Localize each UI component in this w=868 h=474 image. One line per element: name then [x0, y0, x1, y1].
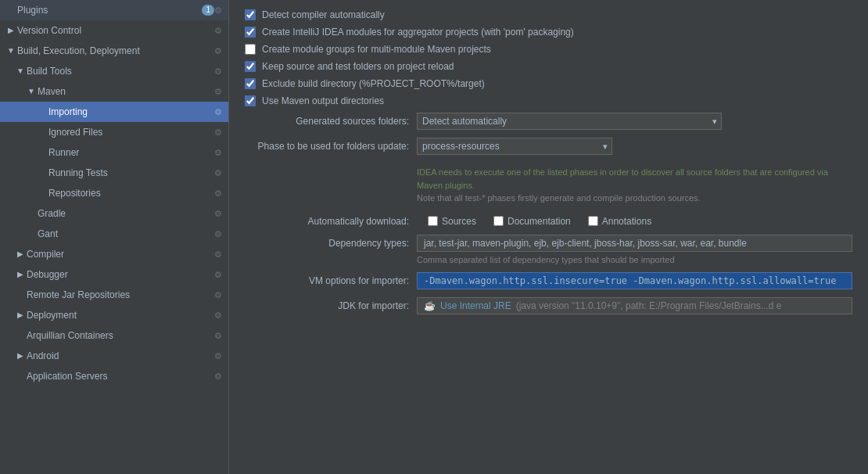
option-label-create-intellij-modules[interactable]: Create IntelliJ IDEA modules for aggrega…	[245, 27, 574, 38]
sidebar-label: Build Tools	[27, 63, 214, 79]
autodl-sources-checkbox[interactable]	[428, 216, 438, 226]
note-line2: Note that all test-* phases firstly gene…	[417, 193, 701, 203]
sidebar-item-running-tests[interactable]: Running Tests⚙	[0, 163, 228, 183]
settings-icon: ⚙	[214, 331, 222, 341]
sidebar-item-deployment[interactable]: ▶Deployment⚙	[0, 305, 228, 325]
checkbox-detect-compiler[interactable]	[245, 9, 256, 20]
chevron-placeholder	[16, 372, 25, 381]
checkbox-label-text: Detect compiler automatically	[262, 9, 385, 20]
option-row-detect-compiler: Detect compiler automatically	[245, 9, 852, 20]
sidebar-item-repositories[interactable]: Repositories⚙	[0, 183, 228, 203]
sidebar-item-version-control[interactable]: ▶Version Control⚙	[0, 20, 228, 41]
badge: 1	[202, 5, 214, 16]
settings-icon: ⚙	[214, 148, 222, 158]
option-row-create-intellij-modules: Create IntelliJ IDEA modules for aggrega…	[245, 27, 852, 38]
sidebar-label: Ignored Files	[48, 124, 214, 140]
autodl-docs-label[interactable]: Documentation	[493, 216, 571, 227]
vm-options-label: VM options for importer:	[245, 275, 417, 286]
dep-types-value: jar, test-jar, maven-plugin, ejb, ejb-cl…	[417, 235, 852, 252]
chevron-placeholder	[6, 5, 16, 15]
generated-sources-select-wrap: Detect automaticallyGenerated sources di…	[417, 113, 722, 130]
checkbox-label-text: Exclude build directory (%PROJECT_ROOT%/…	[262, 78, 485, 89]
sidebar-label: Remote Jar Repositories	[27, 287, 214, 303]
jdk-icon: ☕	[424, 300, 436, 311]
note-box: IDEA needs to execute one of the listed …	[245, 163, 852, 208]
option-row-exclude-build-dir: Exclude build directory (%PROJECT_ROOT%/…	[245, 78, 852, 89]
option-label-create-module-groups[interactable]: Create module groups for multi-module Ma…	[245, 44, 491, 55]
option-row-use-maven-output: Use Maven output directories	[245, 95, 852, 106]
sidebar-item-application-servers[interactable]: Application Servers⚙	[0, 366, 228, 386]
generated-sources-control: Detect automaticallyGenerated sources di…	[417, 113, 852, 130]
jdk-row: JDK for importer: ☕ Use Internal JRE (ja…	[245, 297, 852, 314]
sidebar-label: Running Tests	[48, 165, 214, 181]
sidebar-item-gant[interactable]: Gant⚙	[0, 224, 228, 244]
phase-select[interactable]: process-resourcesgenerate-sourcesgenerat…	[417, 138, 612, 155]
checkbox-create-intellij-modules[interactable]	[245, 27, 256, 38]
generated-sources-row: Generated sources folders: Detect automa…	[245, 113, 852, 130]
checkbox-label-text: Create IntelliJ IDEA modules for aggrega…	[262, 27, 574, 38]
option-label-keep-source-folders[interactable]: Keep source and test folders on project …	[245, 61, 454, 72]
settings-icon: ⚙	[214, 46, 222, 56]
jdk-use-internal-jre: Use Internal JRE	[440, 300, 511, 311]
chevron-icon: ▼	[27, 87, 36, 96]
option-label-exclude-build-dir[interactable]: Exclude build directory (%PROJECT_ROOT%/…	[245, 78, 485, 89]
sidebar-label: Gant	[38, 226, 214, 242]
generated-sources-label: Generated sources folders:	[245, 116, 417, 127]
checkbox-exclude-build-dir[interactable]	[245, 78, 256, 89]
sidebar-item-arquillian-containers[interactable]: Arquillian Containers⚙	[0, 325, 228, 346]
sidebar-item-plugins[interactable]: Plugins1⚙	[0, 0, 228, 20]
option-label-use-maven-output[interactable]: Use Maven output directories	[245, 95, 384, 106]
sidebar-item-ignored-files[interactable]: Ignored Files⚙	[0, 122, 228, 142]
settings-icon: ⚙	[214, 372, 222, 382]
dep-types-row: Dependency types: jar, test-jar, maven-p…	[245, 235, 852, 252]
chevron-icon: ▶	[6, 26, 16, 35]
dep-types-hint: Comma separated list of dependency types…	[245, 255, 852, 264]
chevron-placeholder	[38, 148, 47, 157]
checkbox-create-module-groups[interactable]	[245, 44, 256, 55]
chevron-placeholder	[38, 107, 47, 117]
autodl-row: Automatically download: Sources Document…	[245, 216, 852, 227]
sidebar-label: Android	[27, 348, 214, 364]
option-row-keep-source-folders: Keep source and test folders on project …	[245, 61, 852, 72]
sidebar-label: Repositories	[48, 185, 214, 201]
sidebar-item-build-execution-deployment[interactable]: ▼Build, Execution, Deployment⚙	[0, 41, 228, 61]
checkbox-keep-source-folders[interactable]	[245, 61, 256, 72]
sidebar-item-remote-jar-repos[interactable]: Remote Jar Repositories⚙	[0, 285, 228, 305]
sidebar-item-runner[interactable]: Runner⚙	[0, 142, 228, 163]
generated-sources-select[interactable]: Detect automaticallyGenerated sources di…	[417, 113, 722, 130]
autodl-annotations-label[interactable]: Annotations	[588, 216, 651, 227]
sidebar-item-gradle[interactable]: Gradle⚙	[0, 203, 228, 224]
autodl-label: Automatically download:	[245, 216, 417, 227]
vm-options-input[interactable]	[417, 272, 852, 289]
sidebar-label: Deployment	[27, 307, 214, 323]
sidebar-item-importing[interactable]: Importing⚙	[0, 102, 228, 122]
settings-icon: ⚙	[214, 127, 222, 138]
settings-icon: ⚙	[214, 107, 222, 117]
sidebar-label: Runner	[48, 145, 214, 160]
sidebar-label: Importing	[48, 104, 214, 120]
checkbox-use-maven-output[interactable]	[245, 95, 256, 106]
sidebar-label: Build, Execution, Deployment	[17, 43, 214, 59]
sidebar-label: Maven	[38, 84, 214, 99]
chevron-placeholder	[27, 209, 36, 218]
autodl-annotations-checkbox[interactable]	[588, 216, 598, 226]
settings-icon: ⚙	[214, 351, 222, 361]
settings-icon: ⚙	[214, 290, 222, 300]
settings-icon: ⚙	[214, 209, 222, 219]
settings-icon: ⚙	[214, 311, 222, 321]
sidebar-item-debugger[interactable]: ▶Debugger⚙	[0, 264, 228, 285]
sidebar-item-maven[interactable]: ▼Maven⚙	[0, 81, 228, 102]
autodl-docs-checkbox[interactable]	[493, 216, 504, 226]
option-label-detect-compiler[interactable]: Detect compiler automatically	[245, 9, 385, 20]
sidebar-item-compiler[interactable]: ▶Compiler⚙	[0, 244, 228, 264]
settings-icon: ⚙	[214, 26, 222, 36]
autodl-sources-label[interactable]: Sources	[428, 216, 476, 227]
settings-icon: ⚙	[214, 87, 222, 97]
sidebar-item-build-tools[interactable]: ▼Build Tools⚙	[0, 61, 228, 81]
main-content: Detect compiler automaticallyCreate Inte…	[229, 0, 868, 474]
chevron-icon: ▼	[16, 66, 25, 76]
settings-icon: ⚙	[214, 189, 222, 199]
sidebar: Plugins1⚙▶Version Control⚙▼Build, Execut…	[0, 0, 229, 474]
sidebar-label: Gradle	[38, 206, 214, 221]
sidebar-item-android[interactable]: ▶Android⚙	[0, 346, 228, 366]
